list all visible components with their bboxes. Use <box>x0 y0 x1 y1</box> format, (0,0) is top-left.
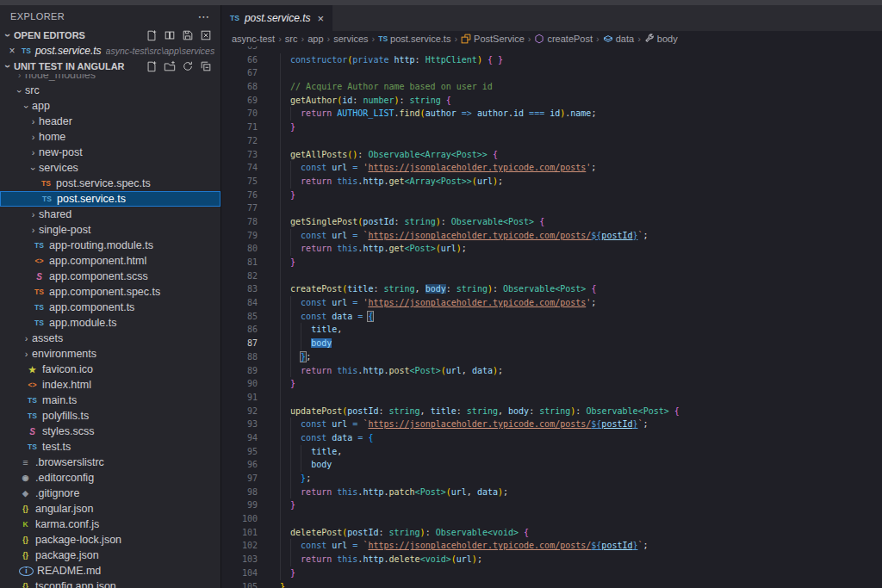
code-line-91[interactable]: 91 <box>221 391 882 405</box>
line-number[interactable]: 88 <box>221 350 258 364</box>
line-number[interactable]: 67 <box>221 66 258 80</box>
line-number[interactable]: 86 <box>221 323 258 337</box>
tree-item-node-modules[interactable]: ›node_modules <box>0 74 220 83</box>
tree-item-header[interactable]: ›header <box>0 114 220 129</box>
tree-item-index-html[interactable]: <>index.html <box>0 377 220 393</box>
code-line-99[interactable]: 99 } <box>221 498 882 512</box>
line-number[interactable]: 65 <box>221 46 258 53</box>
more-actions-icon[interactable]: ⋯ <box>198 9 210 23</box>
tree-item-package-lock-json[interactable]: {}package-lock.json <box>0 532 220 548</box>
code-line-72[interactable]: 72 <box>221 134 882 148</box>
code-line-69[interactable]: 69 getAuthor(id: number): string { <box>221 94 882 108</box>
line-number[interactable]: 105 <box>221 580 258 588</box>
new-file-icon[interactable] <box>145 60 158 73</box>
close-icon[interactable]: × <box>7 45 17 57</box>
code-line-103[interactable]: 103 return this.http.delete<void>(url); <box>221 553 882 566</box>
line-number[interactable]: 73 <box>221 148 258 162</box>
tree-item-app-component-ts[interactable]: TSapp.component.ts <box>0 300 220 315</box>
code-line-85[interactable]: 85 const data = { <box>221 310 882 324</box>
line-number[interactable]: 81 <box>221 256 258 269</box>
code-line-100[interactable]: 100 <box>221 512 882 526</box>
tree-item-test-ts[interactable]: TStest.ts <box>0 439 220 455</box>
tree-item-app-routing-module-ts[interactable]: TSapp-routing.module.ts <box>0 238 220 253</box>
open-editor-item[interactable]: × TS post.service.ts async-test\src\app\… <box>0 43 220 59</box>
new-folder-icon[interactable] <box>163 60 176 73</box>
tree-item-single-post[interactable]: ›single-post <box>0 222 220 238</box>
line-number[interactable]: 74 <box>221 161 258 175</box>
tree-item-polyfills-ts[interactable]: TSpolyfills.ts <box>0 408 220 424</box>
tree-item-app-module-ts[interactable]: TSapp.module.ts <box>0 315 220 331</box>
line-number[interactable]: 101 <box>221 526 258 540</box>
line-number[interactable]: 96 <box>221 458 258 472</box>
line-number[interactable]: 80 <box>221 242 258 256</box>
line-number[interactable]: 85 <box>221 310 258 324</box>
close-all-icon[interactable] <box>199 29 212 42</box>
line-number[interactable]: 103 <box>221 553 258 566</box>
tree-item--browserslistrc[interactable]: ≡.browserslistrc <box>0 455 220 470</box>
line-number[interactable]: 75 <box>221 175 258 189</box>
tree-item--gitignore[interactable]: ◆.gitignore <box>0 486 220 501</box>
split-editor-icon[interactable] <box>163 29 176 42</box>
line-number[interactable]: 69 <box>221 94 258 108</box>
tree-item-shared[interactable]: ›shared <box>0 207 220 222</box>
tree-item-home[interactable]: ›home <box>0 129 220 145</box>
line-number[interactable]: 92 <box>221 405 258 418</box>
line-number[interactable]: 104 <box>221 566 258 580</box>
tree-item-assets[interactable]: ›assets <box>0 331 220 346</box>
code-line-105[interactable]: 105} <box>221 580 882 588</box>
line-number[interactable]: 99 <box>221 498 258 512</box>
line-number[interactable]: 87 <box>221 337 258 350</box>
line-number[interactable]: 66 <box>221 53 258 67</box>
code-line-79[interactable]: 79 const url = `https://jsonplaceholder.… <box>221 229 882 243</box>
code-line-80[interactable]: 80 return this.http.get<Post>(url); <box>221 242 882 256</box>
code-line-88[interactable]: 88 }; <box>221 350 882 364</box>
code-line-74[interactable]: 74 const url = 'https://jsonplaceholder.… <box>221 161 882 175</box>
new-file-icon[interactable] <box>145 29 158 42</box>
code-line-78[interactable]: 78 getSinglePost(postId: string): Observ… <box>221 215 882 229</box>
code-line-102[interactable]: 102 const url = `https://jsonplaceholder… <box>221 539 882 553</box>
tab-post-service-ts[interactable]: TS post.service.ts × <box>221 5 332 31</box>
code-line-92[interactable]: 92 updatePost(postId: string, title: str… <box>221 405 882 418</box>
code-line-90[interactable]: 90 } <box>221 377 882 391</box>
tree-item-angular-json[interactable]: {}angular.json <box>0 501 220 517</box>
line-number[interactable]: 100 <box>221 512 258 526</box>
line-number[interactable]: 83 <box>221 282 258 296</box>
breadcrumb-item-async-test[interactable]: async-test <box>232 34 275 44</box>
line-number[interactable]: 95 <box>221 445 258 459</box>
open-editors-header[interactable]: › OPEN EDITORS <box>0 28 220 43</box>
line-number[interactable]: 72 <box>221 134 258 148</box>
code-line-93[interactable]: 93 const url = `https://jsonplaceholder.… <box>221 418 882 431</box>
code-line-81[interactable]: 81 } <box>221 256 882 269</box>
code-line-68[interactable]: 68 // Acquire Author name based on user … <box>221 80 882 94</box>
line-number[interactable]: 97 <box>221 472 258 486</box>
code-line-76[interactable]: 76 } <box>221 189 882 202</box>
line-number[interactable]: 91 <box>221 391 258 405</box>
line-number[interactable]: 79 <box>221 229 258 243</box>
breadcrumb-item-body[interactable]: body <box>644 34 678 44</box>
code-line-89[interactable]: 89 return this.http.post<Post>(url, data… <box>221 364 882 378</box>
line-number[interactable]: 93 <box>221 418 258 431</box>
tree-item--editorconfig[interactable]: ◉.editorconfig <box>0 470 220 486</box>
code-line-66[interactable]: 66 constructor(private http: HttpClient)… <box>221 53 882 67</box>
code-line-97[interactable]: 97 }; <box>221 472 882 486</box>
collapse-all-icon[interactable] <box>199 60 212 73</box>
line-number[interactable]: 82 <box>221 269 258 283</box>
line-number[interactable]: 94 <box>221 431 258 445</box>
code-line-71[interactable]: 71 } <box>221 121 882 134</box>
tree-item-main-ts[interactable]: TSmain.ts <box>0 393 220 408</box>
code-line-83[interactable]: 83 createPost(title: string, body: strin… <box>221 282 882 296</box>
breadcrumb-item-createpost[interactable]: createPost <box>534 34 593 44</box>
code-line-65[interactable]: 65 <box>221 46 882 53</box>
code-line-82[interactable]: 82 <box>221 269 882 283</box>
line-number[interactable]: 76 <box>221 189 258 202</box>
tree-item-src[interactable]: ›src <box>0 83 220 98</box>
code-line-86[interactable]: 86 title, <box>221 323 882 337</box>
code-line-73[interactable]: 73 getAllPosts(): Observable<Array<Post>… <box>221 148 882 162</box>
tree-item-package-json[interactable]: {}package.json <box>0 548 220 563</box>
breadcrumb-item-src[interactable]: src <box>285 34 298 44</box>
code-area[interactable]: 6566 constructor(private http: HttpClien… <box>221 46 882 588</box>
code-line-84[interactable]: 84 const url = 'https://jsonplaceholder.… <box>221 296 882 310</box>
line-number[interactable]: 90 <box>221 377 258 391</box>
tree-item-post-service-spec-ts[interactable]: TSpost.service.spec.ts <box>0 176 220 191</box>
line-number[interactable]: 98 <box>221 486 258 499</box>
